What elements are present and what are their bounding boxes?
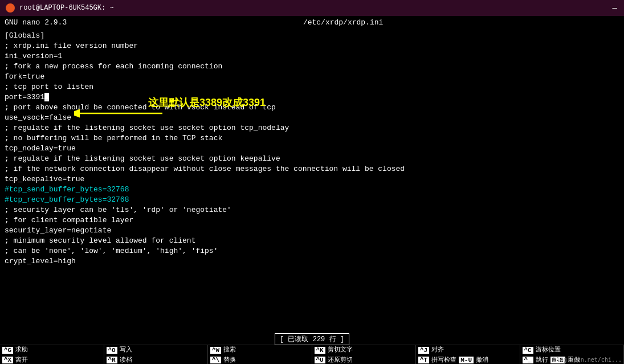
editor-line: #tcp_recv_buffer_bytes=32768	[5, 195, 619, 205]
footer-shortcut: ^W搜索	[208, 345, 312, 355]
footer-key: ^U	[315, 357, 325, 363]
editor-line: ; regulate if the listening socket use s…	[5, 154, 619, 164]
footer-key: ^G	[2, 347, 13, 354]
footer-shortcut: ^G求助	[0, 345, 104, 355]
content-lines: [Globals]; xrdp.ini file version numberi…	[5, 31, 619, 267]
file-path: /etc/xrdp/xrdp.ini	[303, 18, 383, 27]
footer-label: 搜索	[223, 346, 236, 354]
editor-line: crypt_level=high	[5, 256, 619, 267]
editor-area[interactable]: 这里默认是3389改成3391 [Globals]; xrdp.ini file…	[0, 28, 624, 333]
footer-label: 拼写检查	[431, 357, 456, 364]
editor-line: ; fork a new process for each incoming c…	[5, 62, 619, 72]
footer-label: 游标位置	[536, 346, 561, 354]
footer-key: ^X	[2, 357, 13, 363]
footer-shortcut: ^U还原剪切	[312, 355, 417, 365]
editor-line: ; port above should be connected to with…	[5, 103, 619, 113]
editor-line: #tcp_send_buffer_bytes=32768	[5, 185, 619, 195]
editor-line: [Globals]	[5, 31, 619, 41]
editor-line: security_layer=negotiate	[5, 226, 619, 236]
status-bar: [ 已读取 229 行 ]	[0, 333, 624, 345]
editor-line: fork=true	[5, 72, 619, 82]
editor-line: port=3391_	[5, 92, 619, 103]
footer-shortcut: ^R读档	[104, 355, 209, 365]
footer-key: ^O	[107, 347, 117, 354]
editor-line: ; regulate if the listening socket use s…	[5, 123, 619, 133]
footer-key: ^C	[523, 347, 533, 354]
footer-shortcut: ^X离开	[0, 355, 104, 365]
footer-bar: ^G求助^O写入^W搜索^K剪切文字^J对齐^C游标位置^X离开^R读档^\替换…	[0, 345, 624, 364]
footer-key: ^R	[107, 357, 117, 363]
footer-label: 剪切文字	[328, 346, 353, 354]
footer-key: ^T	[418, 357, 429, 363]
nano-header: GNU nano 2.9.3 /etc/xrdp/xrdp.ini	[0, 16, 624, 28]
status-text: [ 已读取 229 行 ]	[275, 333, 349, 345]
footer-key: ^K	[315, 347, 325, 354]
editor-line: use_vsock=false	[5, 113, 619, 123]
footer-key: ^W	[210, 347, 221, 354]
footer-label: 求助	[15, 346, 28, 354]
title-bar: root@LAPTOP-6UK545GK: ~ —	[0, 0, 624, 16]
footer-shortcut: ^K剪切文字	[312, 345, 417, 355]
editor-line: ini_version=1	[5, 51, 619, 62]
footer-shortcut: ^\替换	[208, 355, 312, 365]
footer-label: 离开	[15, 357, 28, 364]
footer-label: 替换	[223, 357, 236, 364]
footer-label: 跳行	[536, 357, 548, 364]
editor-line: ; minimum security level allowed for cli…	[5, 236, 619, 246]
editor-line: ; security layer can be 'tls', 'rdp' or …	[5, 205, 619, 215]
editor-line: ; if the network connection disappear wi…	[5, 164, 619, 174]
footer-label: 写入	[120, 346, 132, 354]
editor-line: ; no buffering will be performed in the …	[5, 133, 619, 144]
editor-line: tcp_nodelay=true	[5, 144, 619, 154]
editor-line: tcp_keepalive=true	[5, 174, 619, 185]
footer-key: ^J	[418, 347, 429, 354]
footer-shortcut: ^C游标位置	[520, 345, 625, 355]
window-title: root@LAPTOP-6UK545GK: ~	[19, 4, 114, 12]
editor-line: ; xrdp.ini file version number	[5, 41, 619, 51]
footer-label: 对齐	[431, 346, 444, 354]
editor-line: ; for client compatible layer	[5, 215, 619, 226]
footer-key: ^_	[523, 357, 533, 363]
editor-line: ; can be 'none', 'low', 'medium', 'high'…	[5, 246, 619, 256]
editor-line: ; tcp port to listen	[5, 82, 619, 92]
footer-shortcut: ^J对齐	[416, 345, 520, 355]
footer-key: ^\	[210, 357, 221, 363]
footer-shortcut: ^O写入	[104, 345, 209, 355]
minimize-button[interactable]: —	[613, 3, 617, 13]
footer-label: 还原剪切	[328, 357, 353, 364]
ubuntu-icon	[6, 3, 15, 13]
footer-shortcut: ^T拼写检查M-U撤消	[416, 355, 520, 365]
footer-label: 读档	[120, 357, 132, 364]
url-watermark: blog.csdn.net/chi...	[553, 357, 622, 363]
nano-version: GNU nano 2.9.3	[5, 18, 67, 27]
